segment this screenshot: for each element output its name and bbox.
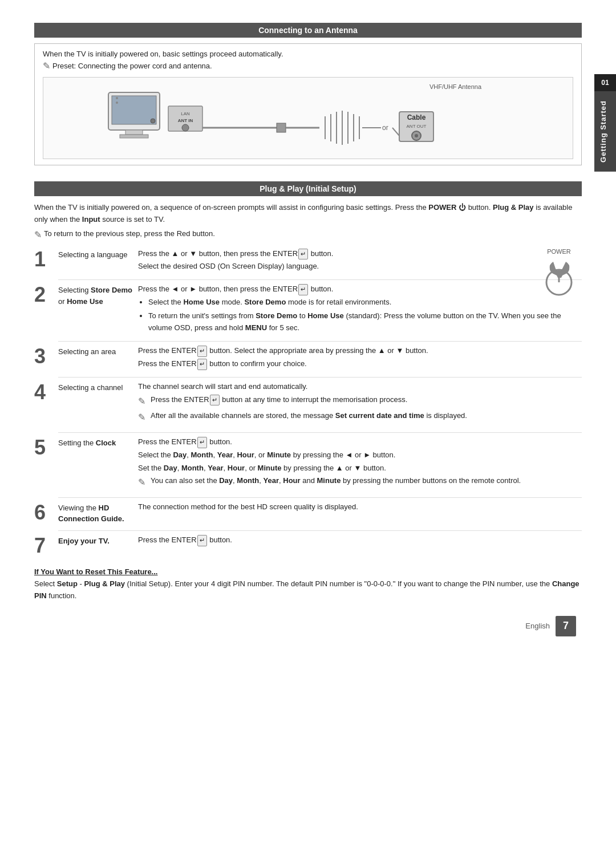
footer-page-number: 7: [556, 616, 576, 636]
note-line-4a: ✎ Press the ENTER↵ button at any time to…: [138, 394, 582, 409]
svg-rect-3: [120, 135, 148, 138]
step-content-5: Press the ENTER↵ button. Select the Day,…: [138, 436, 582, 492]
antenna-diagram-svg: LAN ANT IN or: [103, 87, 513, 149]
step-title-3: Selecting an area: [58, 345, 138, 358]
step-title-6: Viewing the HDConnection Guide.: [58, 501, 138, 525]
step-num-6: 6: [34, 501, 58, 523]
step-divider-4: [58, 432, 582, 433]
note-line-5: ✎ You can also set the Day, Month, Year,…: [138, 475, 582, 490]
step-row-3: 3 Selecting an area Press the ENTER↵ but…: [34, 345, 582, 371]
power-area: POWER: [536, 248, 582, 305]
plug-note: ✎ To return to the previous step, press …: [34, 229, 582, 240]
antenna-diagram: VHF/UHF Antenna LAN ANT IN: [43, 77, 573, 159]
footer: English 7: [525, 616, 576, 636]
svg-rect-12: [277, 123, 286, 132]
svg-rect-2: [125, 130, 143, 135]
step-divider-5: [58, 497, 582, 498]
power-icon-svg: [542, 257, 576, 303]
svg-point-26: [415, 134, 418, 137]
step-content-6: The connection method for the best HD sc…: [138, 501, 582, 514]
antenna-intro: When the TV is initially powered on, bas…: [43, 50, 573, 58]
svg-point-5: [116, 102, 118, 104]
svg-point-4: [116, 97, 118, 99]
svg-text:ANT OUT: ANT OUT: [407, 124, 427, 129]
plug-play-header: Plug & Play (Initial Setup): [34, 181, 582, 196]
page-container: Connecting to an Antenna When the TV is …: [23, 0, 593, 648]
note-line-4b: ✎ After all the available channels are s…: [138, 410, 582, 425]
note-pencil-icon-5: ✎: [138, 475, 148, 490]
svg-line-28: [392, 128, 399, 136]
vhf-label: VHF/UHF Antenna: [429, 83, 481, 90]
step-row-1: 1 Selecting a language Press the ▲ or ▼ …: [34, 248, 582, 274]
step-num-4: 4: [34, 381, 58, 403]
note-pencil-icon-4a: ✎: [138, 394, 148, 409]
plug-intro: When the TV is initially powered on, a s…: [34, 202, 582, 226]
svg-text:LAN: LAN: [181, 111, 190, 116]
antenna-section: Connecting to an Antenna When the TV is …: [34, 23, 582, 165]
side-tab-label: Getting Started: [594, 91, 616, 172]
antenna-header: Connecting to an Antenna: [34, 23, 582, 38]
step-num-2: 2: [34, 283, 58, 305]
footer-language: English: [525, 622, 550, 630]
step-content-1: Press the ▲ or ▼ button, then press the …: [138, 248, 582, 274]
reset-text: Select Setup - Plug & Play (Initial Setu…: [34, 578, 582, 602]
step-row-7: 7 Enjoy your TV. Press the ENTER↵ button…: [34, 534, 582, 556]
note-pencil-icon: ✎: [43, 60, 50, 71]
svg-point-6: [151, 119, 155, 123]
step-content-3: Press the ENTER↵ button. Select the appr…: [138, 345, 582, 371]
step-title-1: Selecting a language: [58, 248, 138, 261]
step-num-7: 7: [34, 534, 58, 556]
step-title-7: Enjoy your TV.: [58, 534, 138, 547]
step-title-5: Setting the Clock: [58, 436, 138, 449]
step-row-6: 6 Viewing the HDConnection Guide. The co…: [34, 501, 582, 525]
step-num-5: 5: [34, 436, 58, 458]
svg-text:or: or: [382, 124, 388, 132]
power-label: POWER: [536, 248, 582, 255]
step-divider-2: [58, 341, 582, 342]
side-tab-number: 01: [594, 74, 616, 91]
svg-point-10: [182, 124, 189, 131]
antenna-section-box: When the TV is initially powered on, bas…: [34, 43, 582, 165]
svg-text:Cable: Cable: [407, 113, 426, 121]
step-title-2: Selecting Store Demoor Home Use: [58, 283, 138, 307]
antenna-preset: ✎ Preset: Connecting the power cord and …: [43, 60, 573, 71]
step-content-7: Press the ENTER↵ button.: [138, 534, 582, 547]
step-row-2: 2 Selecting Store Demoor Home Use Press …: [34, 283, 582, 335]
step-num-3: 3: [34, 345, 58, 367]
step-divider-3: [58, 377, 582, 378]
svg-rect-1: [112, 96, 156, 124]
step-content-2: Press the ◄ or ► button, then press the …: [138, 283, 582, 335]
reset-title: If You Want to Reset This Feature...: [34, 567, 582, 576]
note-pencil-icon-4b: ✎: [138, 410, 148, 425]
step-content-4: The channel search will start and end au…: [138, 381, 582, 427]
svg-text:ANT IN: ANT IN: [178, 118, 193, 123]
steps-container: POWER 1 Selecting a language Press the ▲…: [34, 248, 582, 556]
step-row-4: 4 Selecting a channel The channel search…: [34, 381, 582, 427]
reset-section: If You Want to Reset This Feature... Sel…: [34, 567, 582, 602]
step-title-4: Selecting a channel: [58, 381, 138, 393]
step-row-5: 5 Setting the Clock Press the ENTER↵ but…: [34, 436, 582, 492]
note-pencil-icon-2: ✎: [34, 229, 42, 240]
step-num-1: 1: [34, 248, 58, 270]
step-divider-6: [58, 530, 582, 531]
plug-play-section: Plug & Play (Initial Setup) When the TV …: [34, 181, 582, 602]
step-divider-1: [58, 279, 582, 280]
